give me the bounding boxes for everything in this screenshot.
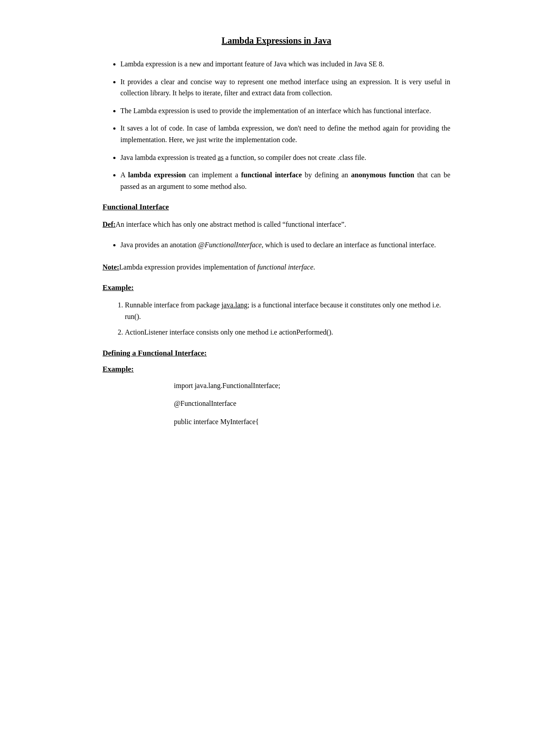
lambda-expression-bold: lambda expression xyxy=(128,171,186,179)
functional-interface-italic: functional interface xyxy=(257,263,313,271)
intro-bullet-list: Lambda expression is a new and important… xyxy=(103,58,450,192)
list-item: It saves a lot of code. In case of lambd… xyxy=(120,123,450,145)
list-item: Java lambda expression is treated as a f… xyxy=(120,152,450,163)
list-item: Java provides an anotation @FunctionalIn… xyxy=(120,239,450,251)
example-numbered-list: Runnable interface from package java.lan… xyxy=(103,299,450,338)
example-heading-1: Example: xyxy=(103,283,450,292)
def-label: Def: xyxy=(103,221,115,228)
annotation-bullet-list: Java provides an anotation @FunctionalIn… xyxy=(103,239,450,251)
java-lang-text: java.lang xyxy=(222,301,247,309)
functional-interface-heading: Functional Interface xyxy=(103,203,450,212)
definition-paragraph: Def:An interface which has only one abst… xyxy=(103,219,450,230)
code-line-2: @FunctionalInterface xyxy=(174,399,450,409)
functional-interface-bold: functional interface xyxy=(241,171,302,179)
list-item-special: A lambda expression can implement a func… xyxy=(120,169,450,192)
list-item: Runnable interface from package java.lan… xyxy=(125,299,450,322)
code-line-1: import java.lang.FunctionalInterface; xyxy=(174,381,450,391)
list-item: It provides a clear and concise way to r… xyxy=(120,76,450,99)
page-container: Lambda Expressions in Java Lambda expres… xyxy=(67,0,468,470)
example-heading-2: Example: xyxy=(103,365,450,374)
code-line-3: public interface MyInterface{ xyxy=(174,417,450,427)
list-item: Lambda expression is a new and important… xyxy=(120,58,450,70)
list-item: ActionListener interface consists only o… xyxy=(125,327,450,338)
page-title: Lambda Expressions in Java xyxy=(103,36,450,46)
note-paragraph: Note:Lambda expression provides implemen… xyxy=(103,262,450,273)
defining-heading: Defining a Functional Interface: xyxy=(103,349,450,358)
as-text: as xyxy=(218,154,223,161)
note-label: Note: xyxy=(103,263,119,271)
annotation-code: @FunctionalInterface xyxy=(198,241,262,249)
list-item: The Lambda expression is used to provide… xyxy=(120,105,450,117)
as-keyword: as xyxy=(371,241,377,249)
code-block: import java.lang.FunctionalInterface; @F… xyxy=(103,381,450,427)
anonymous-function-bold: anonymous function xyxy=(351,171,415,179)
